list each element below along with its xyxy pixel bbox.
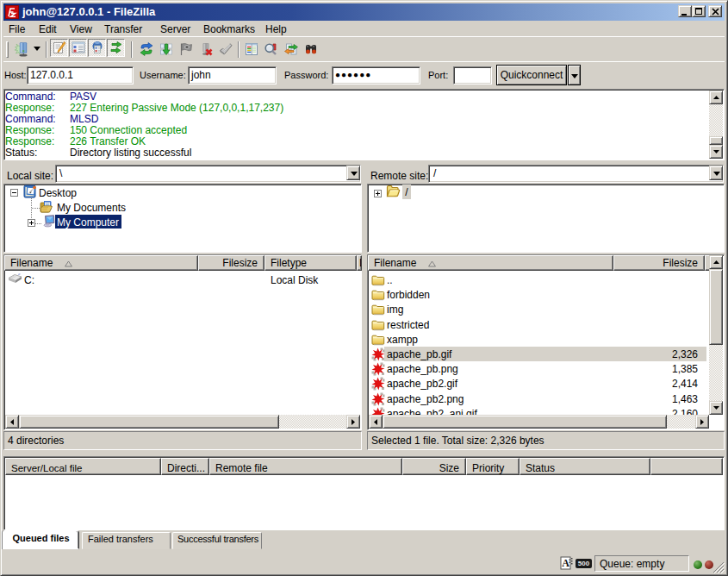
svg-text:A: A <box>562 557 569 569</box>
